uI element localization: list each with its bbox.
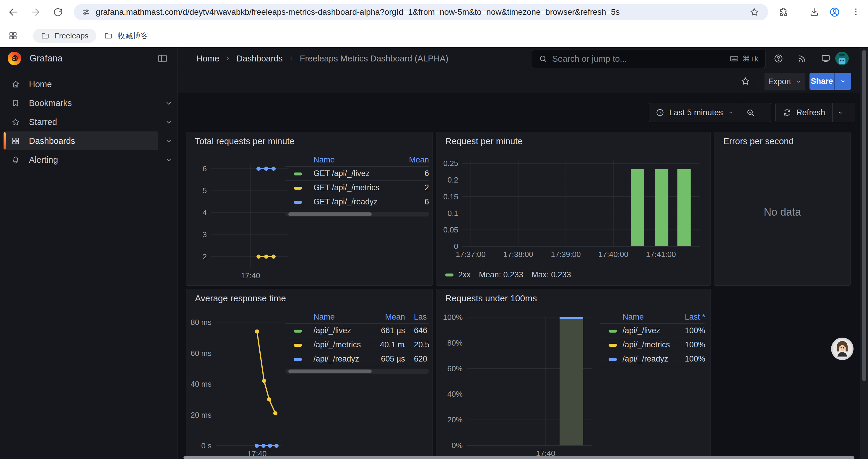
legend-value: 605 µs <box>371 355 405 364</box>
horizontal-scrollbar[interactable] <box>183 456 855 459</box>
share-menu-button[interactable] <box>834 73 851 90</box>
legend-scrollbar-thumb[interactable] <box>288 212 372 216</box>
vertical-scrollbar[interactable] <box>860 47 868 459</box>
url-bar[interactable]: grafana.mathmast.com/d/deytv4rwavabkb/fr… <box>74 4 768 21</box>
favorite-star-icon[interactable] <box>740 76 750 86</box>
sidebar-toggle-icon[interactable] <box>157 53 168 64</box>
assistant-avatar[interactable] <box>831 337 854 360</box>
legend-row: /api/_/livez100% <box>600 324 705 338</box>
apps-grid-icon[interactable] <box>8 31 18 40</box>
panel-title[interactable]: Average response time <box>195 293 286 303</box>
bookmark-folder-blogs[interactable]: 收藏博客 <box>96 29 156 43</box>
legend-series[interactable]: 2xx <box>445 270 471 280</box>
panel-title[interactable]: Request per minute <box>445 136 523 146</box>
profile-icon[interactable] <box>829 6 840 18</box>
sidebar-item-home[interactable]: Home <box>4 75 158 94</box>
folder-icon <box>41 31 50 40</box>
timeseries-chart[interactable]: 6543217:40 <box>190 160 291 282</box>
url-text[interactable]: grafana.mathmast.com/d/deytv4rwavabkb/fr… <box>96 7 749 17</box>
monitor-icon[interactable] <box>821 54 831 64</box>
legend-series-name[interactable]: /api/_/metrics <box>622 340 673 350</box>
legend-col-header[interactable]: Last * <box>673 313 705 322</box>
sidebar-item-bookmarks[interactable]: Bookmarks <box>4 94 158 112</box>
sidebar-item-alerting[interactable]: Alerting <box>4 150 158 169</box>
panel-total-requests: Total requests per minute 6543217:40 Nam… <box>186 132 433 286</box>
legend-series-name[interactable]: GET /api/_/readyz <box>313 197 389 206</box>
legend-row: /api/_/readyz100% <box>600 352 705 366</box>
bar-chart[interactable]: 100%80%60%40%20%0%17:40 <box>442 311 607 459</box>
svg-text:2: 2 <box>203 252 207 261</box>
svg-text:0.1: 0.1 <box>447 209 458 218</box>
svg-text:0.15: 0.15 <box>443 192 458 201</box>
refresh-button[interactable]: Refresh <box>776 103 832 122</box>
house-icon <box>11 80 20 89</box>
sidebar-item-dashboards[interactable]: Dashboards <box>4 131 158 150</box>
legend-col-header[interactable]: Las <box>405 313 429 322</box>
refresh-interval-button[interactable] <box>833 103 848 122</box>
export-button[interactable]: Export <box>765 73 805 90</box>
legend-row: /api/_/metrics40.1 ms20.5 r <box>285 338 429 352</box>
scrollbar-thumb[interactable] <box>862 50 866 381</box>
chevron-down-icon[interactable] <box>164 99 173 107</box>
legend-series-name[interactable]: /api/_/livez <box>622 326 673 335</box>
grafana-logo[interactable] <box>8 52 21 65</box>
reload-icon[interactable] <box>53 7 63 18</box>
legend-series-name[interactable]: /api/_/metrics <box>313 340 371 350</box>
legend-value: 2 <box>389 183 429 192</box>
refresh-group: Refresh <box>775 103 855 122</box>
chevron-down-icon[interactable] <box>164 136 173 145</box>
share-split-button: Share <box>809 73 851 90</box>
breadcrumb-dashboards[interactable]: Dashboards <box>236 54 282 64</box>
star-icon <box>11 118 20 126</box>
legend-series-name[interactable]: GET /api/_/metrics <box>313 183 389 192</box>
panel-title[interactable]: Total requests per minute <box>195 136 294 146</box>
svg-text:60%: 60% <box>447 364 463 373</box>
news-rss-icon[interactable] <box>797 54 807 64</box>
legend-col-header[interactable]: Name <box>622 313 673 322</box>
site-settings-icon[interactable] <box>82 8 90 17</box>
legend-series-name[interactable]: /api/_/livez <box>313 326 371 335</box>
help-icon[interactable] <box>773 54 783 64</box>
forward-icon[interactable] <box>30 7 41 18</box>
sidebar-item-label: Home <box>29 79 52 89</box>
legend-scrollbar[interactable] <box>285 369 429 374</box>
legend-series-name[interactable]: /api/_/readyz <box>622 355 673 364</box>
bookmark-folder-freeleaps[interactable]: Freeleaps <box>33 29 96 43</box>
bookmark-star-icon[interactable] <box>749 7 759 17</box>
timeseries-chart[interactable]: 80 ms60 ms40 ms20 ms0 s17:40 <box>190 317 291 459</box>
chevron-down-icon[interactable] <box>164 118 173 126</box>
brand-name[interactable]: Grafana <box>30 53 63 64</box>
legend-col-header[interactable]: Mean <box>389 155 429 165</box>
download-icon[interactable] <box>809 7 819 18</box>
series-swatch <box>294 358 302 361</box>
legend-scrollbar[interactable] <box>285 212 429 217</box>
zoom-out-button[interactable] <box>741 103 760 122</box>
time-range-picker[interactable]: Last 5 minutes <box>649 103 741 122</box>
panel-title[interactable]: Errors per second <box>723 136 794 146</box>
legend-series-name: 2xx <box>458 270 471 280</box>
panel-errors-per-second: Errors per second No data <box>714 132 850 286</box>
share-button[interactable]: Share <box>809 73 834 90</box>
back-icon[interactable] <box>8 7 18 18</box>
legend-col-header[interactable]: Name <box>313 155 389 165</box>
legend-col-header[interactable]: Name <box>313 313 371 322</box>
bar-chart[interactable]: 0.250.20.150.10.05017:37:0017:38:0017:39… <box>442 157 705 280</box>
menu-kebab-icon[interactable] <box>851 7 861 17</box>
clock-icon <box>656 108 664 117</box>
refresh-label: Refresh <box>796 108 825 117</box>
breadcrumb: Home Dashboards Freeleaps Metrics Dashbo… <box>196 47 448 70</box>
svg-text:40 ms: 40 ms <box>191 380 212 388</box>
sidebar-item-starred[interactable]: Starred <box>4 112 158 131</box>
chevron-down-icon[interactable] <box>164 155 173 164</box>
panel-requests-under-100ms: Requests under 100ms 100%80%60%40%20%0%1… <box>436 289 711 459</box>
search-input[interactable]: Search or jump to... ⌘+k <box>532 50 766 68</box>
legend-series-name[interactable]: GET /api/_/livez <box>313 169 389 178</box>
legend-scrollbar-thumb[interactable] <box>288 369 372 373</box>
legend-col-header[interactable]: Mean <box>371 313 405 322</box>
extensions-icon[interactable] <box>778 7 789 18</box>
panel-title[interactable]: Requests under 100ms <box>445 293 537 303</box>
breadcrumb-home[interactable]: Home <box>196 54 219 64</box>
legend-series-name[interactable]: /api/_/readyz <box>313 355 371 364</box>
user-avatar[interactable] <box>835 52 849 65</box>
legend-value: 100% <box>673 340 705 350</box>
